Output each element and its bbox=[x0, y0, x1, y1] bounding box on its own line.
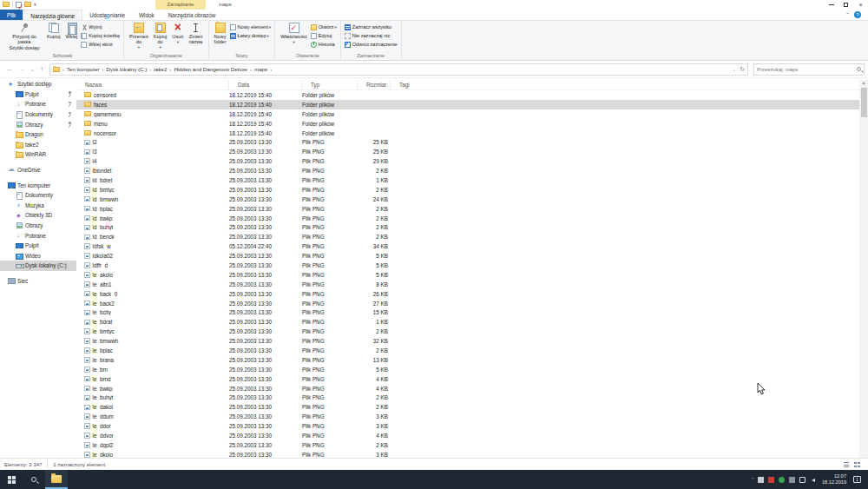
breadcrumb-segment-dysk-lokalny-c[interactable]: Dysk lokalny (C:) bbox=[105, 66, 149, 72]
file-row-ld-bmwwh[interactable]: ld_bmwwh25.09.2003 13:30Plik PNG24 KB bbox=[76, 195, 859, 204]
file-row-le-dakol[interactable]: le_dakol25.09.2003 13:30Plik PNG2 KB bbox=[76, 402, 859, 412]
breadcrumb-segment-ten-komputer[interactable]: Ten komputer bbox=[65, 66, 102, 72]
file-row-lblondet[interactable]: lblondet25.09.2003 13:30Plik PNG2 KB bbox=[76, 166, 859, 175]
file-row-l3[interactable]: l325.09.2003 13:30Plik PNG25 KB bbox=[76, 147, 859, 156]
file-row-le-brana[interactable]: le_brana25.09.2003 13:30Plik PNG13 KB bbox=[76, 355, 859, 365]
sidebar-item-onedrive[interactable]: OneDrive bbox=[0, 165, 76, 175]
shield-red-icon[interactable] bbox=[768, 477, 774, 483]
recent-locations-chevron-icon[interactable]: ⌄ bbox=[28, 66, 37, 72]
button-otwórz[interactable]: Otwórz▾ bbox=[311, 23, 337, 31]
button-odwróć-zaznaczenie[interactable]: Odwróć zaznaczenie bbox=[345, 41, 398, 49]
file-row-ldkola02[interactable]: ldkola0225.09.2003 13:30Plik PNG5 KB bbox=[76, 251, 859, 261]
restore-button[interactable] bbox=[838, 0, 853, 10]
button-łatwy-dostęp[interactable]: Łatwy dostęp▾ bbox=[230, 32, 272, 40]
button-zaznacz-wszystko[interactable]: Zaznacz wszystko bbox=[345, 23, 398, 31]
file-row-le-bdrat[interactable]: le_bdrat25.09.2003 13:30Plik PNG1 KB bbox=[76, 317, 859, 327]
address-dropdown-icon[interactable]: ⌄ bbox=[733, 67, 736, 72]
file-row-le-bcity[interactable]: le_bcity25.09.2003 13:30Plik PNG15 KB bbox=[76, 307, 859, 317]
file-row-ldffr-d[interactable]: ldffr_d25.09.2003 13:30Plik PNG5 KB bbox=[76, 261, 859, 270]
sidebar-item-obrazy[interactable]: Obrazy bbox=[0, 119, 76, 129]
column-header-data[interactable]: Data bbox=[229, 79, 302, 89]
button-usuń[interactable]: Usuń▾ bbox=[169, 22, 186, 45]
file-row-le-ddvor[interactable]: le_ddvor25.09.2003 13:30Plik PNG4 KB bbox=[76, 431, 859, 440]
column-header-tagi[interactable]: Tagi bbox=[391, 79, 429, 89]
button-nie-zaznaczaj-nic[interactable]: Nie zaznaczaj nic bbox=[345, 32, 398, 40]
button-wklej[interactable]: Wklej bbox=[63, 22, 81, 40]
taskbar-search-button[interactable] bbox=[23, 470, 45, 489]
button-właściwości[interactable]: Właściwości▾ bbox=[278, 22, 309, 45]
tab-narzędzia-obrazów[interactable]: Narzędzia obrazów bbox=[161, 10, 223, 20]
file-row-ld-bmtyc[interactable]: ld_bmtyc25.09.2003 13:30Plik PNG2 KB bbox=[76, 185, 859, 195]
scrollbar-thumb[interactable] bbox=[861, 88, 867, 117]
refresh-icon[interactable]: ↻ bbox=[740, 66, 745, 73]
file-row-ldfsk-w[interactable]: ldfsk_w05.12.2004 22:40Plik PNG34 KB bbox=[76, 241, 859, 251]
sidebar-item-dysk-lokalny-c[interactable]: Dysk lokalny (C:) bbox=[0, 261, 76, 271]
sidebar-item-obrazy[interactable]: Obrazy bbox=[0, 221, 76, 231]
button-kopiuj[interactable]: Kopiuj bbox=[44, 22, 63, 40]
sidebar-item-pobrane[interactable]: Pobrane bbox=[0, 99, 76, 109]
button-przenieś-do[interactable]: Przenieś do▾ bbox=[127, 22, 151, 51]
file-row-ld-benck[interactable]: ld_benck25.09.2003 13:30Plik PNG2 KB bbox=[76, 232, 859, 241]
help-icon[interactable]: ? bbox=[854, 11, 861, 18]
file-row-le-ddum[interactable]: le_ddum25.09.2003 13:30Plik PNG3 KB bbox=[76, 412, 859, 421]
file-row-le-back-0[interactable]: le_back_025.09.2003 13:30Plik PNG26 KB bbox=[76, 289, 859, 299]
sidebar-item-sieć[interactable]: Sieć bbox=[0, 276, 76, 287]
hidden-icons-chevron-icon[interactable]: ˆ bbox=[752, 477, 753, 482]
back-icon[interactable]: ← bbox=[3, 65, 16, 73]
file-row-le-bwkp[interactable]: le_bwkp25.09.2003 13:30Plik PNG4 KB bbox=[76, 384, 859, 393]
breadcrumb-segment-hidden-and-dangerous-deluxe[interactable]: Hidden and Dangerous Deluxe bbox=[172, 66, 249, 72]
file-row-le-bmwwh[interactable]: le_bmwwh25.09.2003 13:30Plik PNG32 KB bbox=[76, 336, 859, 346]
app-window-icon[interactable] bbox=[758, 477, 764, 483]
search-input[interactable] bbox=[757, 67, 857, 72]
file-row-ld-buhyt[interactable]: ld_buhyt25.09.2003 13:30Plik PNG2 KB bbox=[76, 222, 859, 232]
qat-properties-icon[interactable] bbox=[16, 2, 22, 8]
sidebar-item-wideo[interactable]: Wideo bbox=[0, 251, 76, 261]
sidebar-item-dokumenty[interactable]: Dokumenty bbox=[0, 190, 76, 201]
file-row-le-altn1[interactable]: le_altn125.09.2003 13:30Plik PNG8 KB bbox=[76, 280, 859, 289]
file-row-censored[interactable]: censored18.12.2019 15:40Folder plików bbox=[76, 90, 859, 100]
tab-narzędzia-główne[interactable]: Narzędzia główne bbox=[23, 10, 82, 20]
file-row-le-bplac[interactable]: le_bplac25.09.2003 13:30Plik PNG2 KB bbox=[76, 346, 859, 355]
address-bar[interactable]: › Ten komputer›Dysk lokalny (C:)›take2›H… bbox=[49, 63, 748, 76]
button-historia[interactable]: Historia bbox=[311, 41, 337, 49]
file-row-menu[interactable]: menu18.12.2019 15:40Folder plików bbox=[76, 119, 859, 129]
vertical-scrollbar[interactable]: ▴ bbox=[859, 79, 868, 458]
details-view-icon[interactable] bbox=[843, 461, 850, 468]
graphics-gray-icon[interactable] bbox=[789, 477, 795, 483]
file-row-le-brn[interactable]: le_brn25.09.2003 13:30Plik PNG5 KB bbox=[76, 365, 859, 374]
file-row-l4[interactable]: l425.09.2003 13:30Plik PNG29 KB bbox=[76, 156, 859, 166]
sidebar-item-szybki-dostęp[interactable]: Szybki dostęp bbox=[0, 79, 76, 89]
sidebar-item-winrar[interactable]: WinRAR bbox=[0, 149, 76, 160]
sidebar-item-dragon[interactable]: Dragon bbox=[0, 129, 76, 140]
minimize-button[interactable] bbox=[824, 0, 838, 10]
status-green-icon[interactable] bbox=[779, 477, 785, 483]
file-row-le-dgpl2[interactable]: le_dgpl225.09.2003 13:30Plik PNG2 KB bbox=[76, 440, 859, 450]
column-header-nazwa[interactable]: Nazwa bbox=[76, 79, 229, 89]
chat-icon[interactable] bbox=[799, 477, 806, 483]
file-row-le-back2[interactable]: le_back225.09.2003 13:30Plik PNG27 KB bbox=[76, 299, 859, 308]
breadcrumb-segment-take2[interactable]: take2 bbox=[152, 66, 168, 72]
button-przypnij-do-paska-szybki-dostęp[interactable]: Przypnij do paska Szybki dostęp bbox=[4, 22, 44, 51]
file-row-nocensor[interactable]: nocensor18.12.2019 15:40Folder plików bbox=[76, 129, 859, 138]
file-row-le-buhyt[interactable]: le_buhyt25.09.2003 13:30Plik PNG2 KB bbox=[76, 393, 859, 403]
button-zmień-nazwę[interactable]: Zmień nazwę bbox=[186, 22, 205, 46]
file-row-le-brnd[interactable]: le_brnd25.09.2003 13:30Plik PNG4 KB bbox=[76, 374, 859, 384]
scroll-up-icon[interactable]: ▴ bbox=[859, 79, 868, 87]
button-wytnij[interactable]: Wytnij bbox=[81, 23, 120, 31]
sidebar-item-take2[interactable]: take2 bbox=[0, 140, 76, 150]
file-row-ld-bwkp[interactable]: ld_bwkp25.09.2003 13:30Plik PNG2 KB bbox=[76, 214, 859, 223]
sidebar-item-pobrane[interactable]: Pobrane bbox=[0, 230, 76, 241]
button-nowy-folder[interactable]: Nowy folder bbox=[212, 22, 229, 46]
close-button[interactable]: × bbox=[853, 0, 868, 10]
breadcrumb-segment-maps[interactable]: maps bbox=[253, 66, 269, 72]
file-row-le-bmtyc[interactable]: le_bmtyc25.09.2003 13:30Plik PNG2 KB bbox=[76, 327, 859, 336]
file-row-le-akolo[interactable]: le_akolo25.09.2003 13:30Plik PNG5 KB bbox=[76, 270, 859, 280]
tab-plik[interactable]: Plik bbox=[0, 10, 23, 20]
volume-icon[interactable] bbox=[810, 479, 815, 482]
file-row-le-ddor[interactable]: le_ddor25.09.2003 13:30Plik PNG3 KB bbox=[76, 421, 859, 431]
up-icon[interactable]: ↑ bbox=[37, 65, 46, 73]
file-row-gamemenu[interactable]: gamemenu18.12.2019 15:40Folder plików bbox=[76, 109, 859, 119]
column-header-rozmiar[interactable]: Rozmiar bbox=[358, 79, 391, 89]
file-row-faces[interactable]: faces18.12.2019 15:40Folder plików bbox=[76, 100, 859, 109]
qat-new-folder-icon[interactable] bbox=[24, 2, 31, 7]
